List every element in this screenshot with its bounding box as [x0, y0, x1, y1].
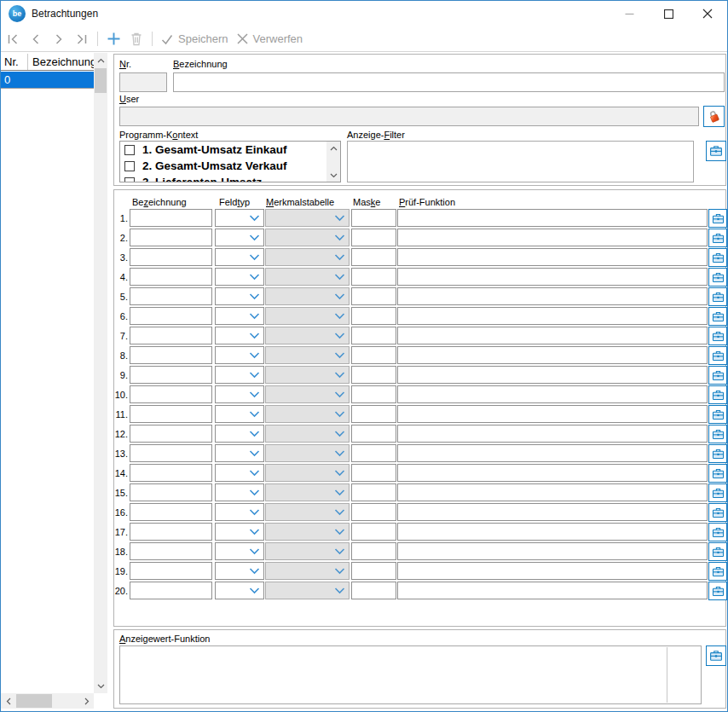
- anzeige-filter-field[interactable]: [347, 141, 694, 182]
- row-pruef-funktion-input[interactable]: [397, 523, 708, 541]
- row-funktion-button[interactable]: [708, 307, 727, 326]
- programm-kontext-item[interactable]: 3. Lieferanten-Umsatz: [120, 174, 327, 182]
- row-feldtyp-select[interactable]: [215, 366, 264, 384]
- previous-record-button[interactable]: [28, 32, 43, 47]
- row-bezeichnung-input[interactable]: [130, 209, 212, 227]
- row-maske-input[interactable]: [351, 483, 396, 501]
- row-maske-input[interactable]: [351, 307, 396, 325]
- row-feldtyp-select[interactable]: [215, 307, 264, 325]
- row-funktion-button[interactable]: [708, 327, 727, 345]
- row-feldtyp-select[interactable]: [215, 542, 264, 560]
- row-feldtyp-select[interactable]: [215, 444, 264, 462]
- row-bezeichnung-input[interactable]: [130, 385, 212, 403]
- row-pruef-funktion-input[interactable]: [397, 562, 708, 580]
- row-bezeichnung-input[interactable]: [130, 523, 212, 541]
- row-funktion-button[interactable]: [708, 248, 727, 267]
- close-button[interactable]: [688, 1, 727, 26]
- row-feldtyp-select[interactable]: [215, 405, 264, 423]
- row-maske-input[interactable]: [351, 523, 396, 541]
- row-funktion-button[interactable]: [708, 562, 727, 581]
- row-feldtyp-select[interactable]: [215, 425, 264, 443]
- row-feldtyp-select[interactable]: [215, 562, 264, 580]
- row-funktion-button[interactable]: [708, 385, 727, 404]
- row-maske-input[interactable]: [351, 464, 396, 482]
- save-button[interactable]: Speichern: [160, 32, 228, 46]
- row-feldtyp-select[interactable]: [215, 385, 264, 403]
- row-bezeichnung-input[interactable]: [130, 405, 212, 423]
- checkbox-unchecked-icon[interactable]: [124, 177, 135, 183]
- row-maske-input[interactable]: [351, 503, 396, 521]
- row-bezeichnung-input[interactable]: [130, 542, 212, 560]
- programm-kontext-item[interactable]: 2. Gesamt-Umsatz Verkauf: [120, 158, 327, 174]
- row-feldtyp-select[interactable]: [215, 268, 264, 286]
- row-pruef-funktion-input[interactable]: [397, 405, 708, 423]
- row-bezeichnung-input[interactable]: [130, 346, 212, 364]
- row-maske-input[interactable]: [351, 444, 396, 462]
- row-pruef-funktion-input[interactable]: [397, 385, 708, 403]
- checkbox-unchecked-icon[interactable]: [124, 145, 135, 155]
- row-bezeichnung-input[interactable]: [130, 229, 212, 246]
- row-maske-input[interactable]: [351, 346, 396, 364]
- row-maske-input[interactable]: [351, 209, 396, 227]
- row-pruef-funktion-input[interactable]: [397, 268, 708, 286]
- anzeigewert-funktion-field[interactable]: [119, 645, 702, 704]
- add-record-button[interactable]: [106, 32, 121, 47]
- scroll-thumb[interactable]: [16, 694, 52, 708]
- checkbox-unchecked-icon[interactable]: [124, 161, 135, 171]
- record-list-row-selected[interactable]: 0: [1, 72, 94, 89]
- row-maske-input[interactable]: [351, 327, 396, 344]
- row-pruef-funktion-input[interactable]: [397, 444, 708, 462]
- row-feldtyp-select[interactable]: [215, 523, 264, 541]
- bezeichnung-field[interactable]: [173, 72, 725, 92]
- scroll-up-button[interactable]: [326, 142, 340, 154]
- next-record-button[interactable]: [51, 32, 66, 47]
- row-bezeichnung-input[interactable]: [130, 366, 212, 384]
- row-feldtyp-select[interactable]: [215, 209, 264, 227]
- row-pruef-funktion-input[interactable]: [397, 483, 708, 501]
- row-pruef-funktion-input[interactable]: [397, 425, 708, 443]
- row-funktion-button[interactable]: [708, 523, 727, 541]
- row-pruef-funktion-input[interactable]: [397, 542, 708, 560]
- delete-record-button[interactable]: [129, 32, 144, 47]
- row-pruef-funktion-input[interactable]: [397, 209, 708, 227]
- row-pruef-funktion-input[interactable]: [397, 307, 708, 325]
- row-funktion-button[interactable]: [708, 444, 727, 463]
- first-record-button[interactable]: [5, 32, 20, 47]
- maximize-button[interactable]: [649, 1, 688, 26]
- scroll-down-button[interactable]: [94, 679, 107, 693]
- row-funktion-button[interactable]: [708, 464, 727, 483]
- row-pruef-funktion-input[interactable]: [397, 464, 708, 482]
- row-pruef-funktion-input[interactable]: [397, 229, 708, 246]
- row-bezeichnung-input[interactable]: [130, 444, 212, 462]
- row-pruef-funktion-input[interactable]: [397, 582, 708, 599]
- row-maske-input[interactable]: [351, 542, 396, 560]
- row-bezeichnung-input[interactable]: [130, 562, 212, 580]
- row-funktion-button[interactable]: [708, 209, 727, 228]
- programm-kontext-item[interactable]: 1. Gesamt-Umsatz Einkauf: [120, 142, 327, 158]
- row-pruef-funktion-input[interactable]: [397, 248, 708, 266]
- row-maske-input[interactable]: [351, 385, 396, 403]
- row-bezeichnung-input[interactable]: [130, 425, 212, 443]
- record-list-horizontal-scrollbar[interactable]: [1, 693, 94, 709]
- row-funktion-button[interactable]: [708, 483, 727, 502]
- discard-button[interactable]: Verwerfen: [236, 32, 303, 45]
- scroll-right-button[interactable]: [79, 693, 94, 709]
- anzeigewert-funktion-button[interactable]: [706, 645, 726, 666]
- scroll-thumb[interactable]: [95, 68, 107, 93]
- row-maske-input[interactable]: [351, 405, 396, 423]
- row-pruef-funktion-input[interactable]: [397, 503, 708, 521]
- row-maske-input[interactable]: [351, 287, 396, 305]
- scroll-down-button[interactable]: [326, 169, 340, 182]
- row-bezeichnung-input[interactable]: [130, 582, 212, 599]
- row-funktion-button[interactable]: [708, 425, 727, 443]
- row-feldtyp-select[interactable]: [215, 503, 264, 521]
- scroll-up-button[interactable]: [94, 53, 107, 67]
- row-pruef-funktion-input[interactable]: [397, 287, 708, 305]
- row-funktion-button[interactable]: [708, 542, 727, 561]
- row-feldtyp-select[interactable]: [215, 248, 264, 266]
- row-bezeichnung-input[interactable]: [130, 327, 212, 344]
- row-bezeichnung-input[interactable]: [130, 268, 212, 286]
- row-pruef-funktion-input[interactable]: [397, 327, 708, 344]
- row-feldtyp-select[interactable]: [215, 346, 264, 364]
- row-pruef-funktion-input[interactable]: [397, 366, 708, 384]
